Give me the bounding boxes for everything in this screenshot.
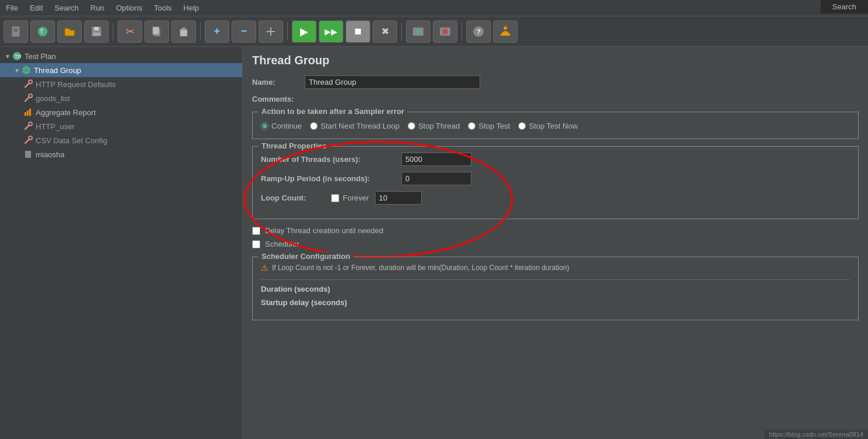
sidebar-item-miaosha[interactable]: miaosha — [0, 147, 242, 161]
radio-start-next[interactable]: Start Next Thread Loop — [310, 122, 399, 130]
svg-point-24 — [25, 68, 28, 72]
new-button[interactable] — [4, 20, 28, 43]
duration-row: Duration (seconds) — [261, 279, 850, 293]
svg-point-20 — [504, 26, 507, 30]
stop-button[interactable]: ⏹ — [346, 20, 370, 43]
help-button[interactable]: ? — [466, 20, 491, 43]
delay-thread-label: Delay Thread creation until needed — [265, 226, 383, 235]
svg-point-34 — [29, 94, 32, 98]
templates-button[interactable]: T — [30, 20, 55, 43]
delay-thread-row: Delay Thread creation until needed — [252, 226, 859, 235]
wrench-icon-1 — [23, 79, 33, 89]
sidebar-item-testplan[interactable]: ▼ TP Test Plan — [0, 49, 242, 63]
name-label: Name: — [252, 78, 305, 87]
radio-continue[interactable]: Continue — [261, 122, 302, 130]
radio-stop-test[interactable]: Stop Test — [468, 122, 510, 130]
plain-icon — [23, 150, 33, 159]
forever-label: Forever — [343, 193, 369, 202]
startup-delay-label: Startup delay (seconds) — [261, 298, 347, 307]
remote-stop-button[interactable] — [433, 20, 457, 43]
svg-line-31 — [25, 83, 29, 87]
rampup-input[interactable] — [401, 172, 471, 185]
svg-point-39 — [29, 122, 32, 126]
thread-properties-section: Thread Properties Number of Threads (use… — [252, 146, 859, 219]
toolbar: T ✂ + − — [0, 16, 868, 47]
menu-options[interactable]: Options — [110, 4, 148, 12]
menu-search[interactable]: Search — [49, 4, 84, 12]
svg-line-40 — [25, 139, 29, 143]
forever-checkbox[interactable] — [331, 194, 339, 202]
sidebar-item-threadgroup[interactable]: ▼ Thread Group — [0, 63, 242, 77]
sidebar-item-httpuser[interactable]: HTTP_user — [0, 119, 242, 133]
goodslist-label: goods_list — [36, 94, 70, 103]
collapse-button[interactable]: − — [232, 20, 256, 43]
svg-rect-42 — [25, 151, 31, 158]
svg-rect-17 — [443, 29, 447, 34]
svg-point-32 — [29, 80, 32, 84]
menu-help[interactable]: Help — [178, 4, 205, 12]
radio-stop-test-now[interactable]: Stop Test Now — [518, 122, 578, 130]
save-button[interactable] — [84, 20, 109, 43]
start-button[interactable]: ▶ — [292, 20, 316, 43]
thread-props-title: Thread Properties — [259, 141, 329, 150]
rampup-label: Ramp-Up Period (in seconds): — [261, 174, 401, 183]
duration-label: Duration (seconds) — [261, 285, 330, 293]
main-layout: ▼ TP Test Plan ▼ Thread Group — [0, 47, 868, 439]
loop-count-input[interactable] — [375, 191, 422, 205]
wrench-icon-3 — [23, 122, 33, 131]
expand-icon: ▼ — [5, 53, 11, 60]
comments-row: Comments: — [252, 95, 859, 103]
menu-run[interactable]: Run — [85, 4, 111, 12]
expand-button[interactable]: + — [205, 20, 229, 43]
httpreqdefaults-label: HTTP Request Defaults — [36, 80, 116, 89]
name-input[interactable] — [305, 75, 480, 89]
cut-button[interactable]: ✂ — [118, 20, 142, 43]
paste-button[interactable] — [171, 20, 196, 43]
svg-rect-11 — [182, 27, 185, 30]
menu-file[interactable]: File — [0, 4, 24, 12]
svg-rect-6 — [94, 27, 99, 30]
content-area: Thread Group Name: Comments: Action to b… — [243, 47, 868, 439]
radio-stop-thread[interactable]: Stop Thread — [408, 122, 460, 130]
sidebar-item-httpreqdefaults[interactable]: HTTP Request Defaults — [0, 77, 242, 91]
name-row: Name: — [252, 75, 859, 89]
sidebar: ▼ TP Test Plan ▼ Thread Group — [0, 47, 243, 439]
sep3 — [287, 23, 288, 40]
toggle-button[interactable] — [259, 20, 283, 43]
copy-button[interactable] — [144, 20, 169, 43]
sidebar-item-aggregatereport[interactable]: Aggregate Report — [0, 105, 242, 119]
num-threads-row: Number of Threads (users): — [261, 153, 850, 166]
shutdown-button[interactable]: ✖ — [373, 20, 397, 43]
gear-icon — [22, 65, 31, 75]
loop-count-label: Loop Count: — [261, 193, 331, 202]
svg-rect-7 — [93, 33, 100, 36]
about-button[interactable] — [493, 20, 518, 43]
httpuser-label: HTTP_user — [36, 122, 74, 131]
warning-row: ⚠ If Loop Count is not -1 or Forever, du… — [261, 263, 850, 272]
search-top-bar[interactable]: Search — [821, 0, 868, 13]
menu-tools[interactable]: Tools — [148, 4, 177, 12]
warning-text: If Loop Count is not -1 or Forever, dura… — [272, 264, 569, 272]
scheduler-checkbox[interactable] — [252, 240, 260, 248]
sidebar-item-csvdataset[interactable]: CSV Data Set Config — [0, 133, 242, 147]
radio-group: Continue Start Next Thread Loop Stop Thr… — [261, 118, 850, 130]
sidebar-item-goodslist[interactable]: goods_list — [0, 91, 242, 105]
num-threads-input[interactable] — [401, 153, 471, 166]
svg-text:TP: TP — [15, 54, 22, 60]
miaosha-label: miaosha — [36, 150, 64, 159]
start-no-pause-button[interactable]: ▶▶ — [319, 20, 343, 43]
svg-rect-9 — [153, 27, 159, 34]
sep5 — [461, 23, 462, 40]
svg-text:?: ? — [477, 28, 481, 35]
scheduler-config-section: Scheduler Configuration ⚠ If Loop Count … — [252, 257, 859, 320]
rampup-row: Ramp-Up Period (in seconds): — [261, 172, 850, 185]
comments-label: Comments: — [252, 95, 305, 103]
open-button[interactable] — [57, 20, 82, 43]
sep2 — [200, 23, 201, 40]
menu-edit[interactable]: Edit — [24, 4, 49, 12]
url-bar: https://blog.csdn.net/Serena0814 — [764, 430, 868, 439]
scheduler-label: Scheduler — [265, 240, 299, 248]
delay-thread-checkbox[interactable] — [252, 227, 260, 235]
scheduler-config-title: Scheduler Configuration — [259, 252, 353, 261]
remote-start-button[interactable] — [406, 20, 430, 43]
